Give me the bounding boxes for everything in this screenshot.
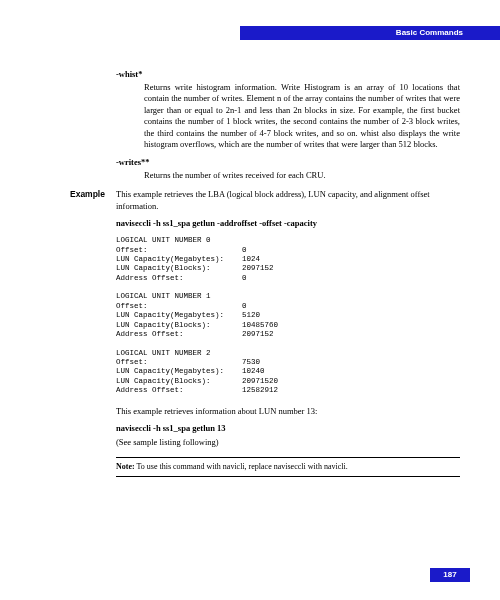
example-code-output: LOGICAL UNIT NUMBER 0 Offset: 0 LUN Capa…	[116, 236, 460, 395]
example-command-2: naviseccli -h ss1_spa getlun 13	[116, 423, 460, 433]
option-writes-desc: Returns the number of writes received fo…	[144, 170, 460, 181]
example-after-1: This example retrieves information about…	[116, 406, 460, 417]
example-label: Example	[70, 189, 116, 477]
header-section-title: Basic Commands	[396, 28, 463, 37]
option-whist-desc: Returns write histogram information. Wri…	[144, 82, 460, 151]
page-number: 187	[430, 568, 470, 582]
note-section: Note: To use this command with navicli, …	[116, 457, 460, 477]
example-command-1: naviseccli -h ss1_spa getlun -addroffset…	[116, 218, 460, 228]
example-after-2: (See sample listing following)	[116, 437, 460, 448]
example-intro: This example retrieves the LBA (logical …	[116, 189, 460, 212]
page-content: -whist* Returns write histogram informat…	[70, 66, 460, 477]
option-writes-name: -writes**	[116, 157, 460, 167]
note-label: Note:	[116, 462, 135, 471]
note-text: To use this command with navicli, replac…	[135, 462, 348, 471]
option-whist-name: -whist*	[116, 69, 460, 79]
